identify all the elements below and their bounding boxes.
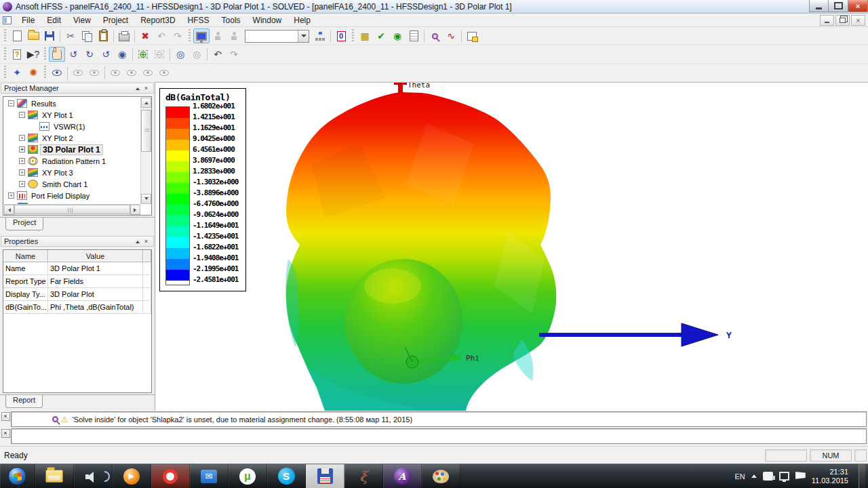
radiation-pattern-3d[interactable]: Theta Phi Y [155,83,867,411]
language-indicator[interactable]: EN [734,472,745,481]
tab-project[interactable]: Project [5,218,43,230]
fit-all-button[interactable]: ◎ [172,47,189,62]
expand-icon[interactable]: + [19,181,25,187]
toolbar-grip[interactable] [352,29,354,43]
expand-icon[interactable]: + [19,146,25,152]
explorer[interactable] [35,464,74,488]
new-file-button[interactable] [9,28,25,43]
show-desktop-button[interactable] [859,464,865,488]
mdi-restore-button[interactable] [835,15,850,26]
skype[interactable]: S [267,464,306,488]
pan-button[interactable] [49,47,65,62]
toolbar-grip[interactable] [4,29,6,43]
tree-item-radiation-pattern-1[interactable]: +Radiation Pattern 1 [4,155,140,167]
view-visibility-1-button[interactable] [107,65,123,80]
property-row[interactable]: dB(GainTo...Phi ,Theta ,dB(GainTotal) [3,301,151,314]
save-tool[interactable] [306,464,344,488]
maximize-button[interactable] [829,0,848,12]
monitor-job-button[interactable] [193,28,210,43]
show-all-visibility-button[interactable] [49,65,65,80]
property-row[interactable]: Name3D Polar Plot 1 [3,262,151,275]
toolbar-grip[interactable] [4,66,6,79]
menu-hfss[interactable]: HFSS [182,14,216,26]
menu-edit[interactable]: Edit [41,14,67,26]
polar-plot-view[interactable]: dB(GainTotal) 1.6802e+0011.4215e+0011.16… [155,82,868,411]
panel-close-icon[interactable]: × [142,85,151,92]
message-row[interactable]: ⚠ 'Solve inside' for object 'Shlapka2' i… [11,411,867,427]
mdi-minimize-button[interactable] [820,15,834,26]
model-tree-button[interactable] [312,28,328,43]
rotate-current-axis-button[interactable]: ↻ [81,47,98,62]
menu-report3d[interactable]: Report3D [134,14,181,26]
rotate-screen-center-button[interactable]: ↺ [98,47,114,62]
expand-icon[interactable]: + [19,135,25,141]
design-combo[interactable] [245,30,309,43]
copy-button[interactable] [79,28,95,43]
scroll-up-icon[interactable] [141,98,151,108]
tree-item-vswr-1-[interactable]: VSWR(1) [4,121,140,132]
paste-button[interactable] [95,28,111,43]
chevron-down-icon[interactable] [298,30,309,42]
save-file-button[interactable] [41,28,58,43]
toolbar-grip[interactable] [189,29,191,43]
rotate-model-center-button[interactable]: ↺ [65,47,81,62]
paint-tool[interactable] [422,464,460,488]
zero-badge-button[interactable]: 0 [333,28,349,43]
mdi-document-icon[interactable] [3,16,12,24]
fit-selection-button[interactable]: ◎ [189,47,205,62]
tree-item-xy-plot-1[interactable]: −XY Plot 1 [4,109,140,121]
tree-hscrollbar[interactable] [4,204,140,214]
tree-item-port-field-display[interactable]: +Port Field Display [4,190,140,201]
open-file-button[interactable] [25,28,41,43]
tree-item-3d-polar-plot-1[interactable]: +3D Polar Plot 1 [4,144,140,155]
analyze-all-button[interactable]: ✔ [373,28,389,43]
progress-close-icon[interactable]: × [1,429,10,438]
opera-browser[interactable] [151,464,190,488]
mail-client[interactable]: ✉ [190,464,229,488]
minimize-button[interactable] [809,0,829,12]
tree-item-xy-plot-2[interactable]: +XY Plot 2 [4,132,140,144]
volume-mixer[interactable] [74,464,113,488]
zoom-out-area-button[interactable]: ⊖ [151,47,167,62]
show-selection-button[interactable] [86,65,102,80]
expand-icon[interactable]: + [8,192,14,199]
radiation-display-button[interactable]: ✺ [25,65,41,80]
power-tray-icon[interactable] [763,472,773,481]
copy-image-button[interactable] [464,28,480,43]
solution-data-button[interactable] [226,28,242,43]
menu-window[interactable]: Window [247,14,288,26]
redo-view-button[interactable]: ↷ [226,47,242,62]
cut-button[interactable]: ✂ [62,28,79,43]
panel-close-icon[interactable]: × [142,238,151,245]
dock-splitter[interactable] [0,232,155,235]
redo-button[interactable]: ↷ [170,28,186,43]
solution-report-button[interactable] [406,28,422,43]
menu-file[interactable]: File [16,14,41,26]
field-zoom-button[interactable] [427,28,443,43]
start-button[interactable] [0,464,35,488]
ansoft-hfss[interactable]: A [383,464,422,488]
browse-solutions-button[interactable] [210,28,226,43]
toolbar-grip[interactable] [4,47,6,61]
submit-job-button[interactable]: ◉ [389,28,406,43]
toolbar-grip[interactable] [44,47,46,61]
create-report-button[interactable]: ∿ [443,28,459,43]
hide-selection-button[interactable] [70,65,86,80]
panel-collapse-icon[interactable] [133,238,142,245]
tree-item-results[interactable]: −Results [4,98,140,109]
menu-tools[interactable]: Tools [216,14,247,26]
zoom-in-area-button[interactable]: ⊕ [135,47,151,62]
property-row[interactable]: Report TypeFar Fields [3,275,151,288]
print-button[interactable] [116,28,132,43]
menu-view[interactable]: View [67,14,97,26]
undo-view-button[interactable]: ↶ [210,47,226,62]
expand-icon[interactable]: + [19,158,25,164]
scroll-down-icon[interactable] [141,194,151,204]
close-button[interactable]: × [848,0,868,12]
tree-item-xy-plot-3[interactable]: +XY Plot 3 [4,167,140,178]
dynamic-zoom-button[interactable]: ◉ [114,47,130,62]
context-help-button[interactable]: ▶? [25,47,41,62]
view-visibility-3-button[interactable] [140,65,156,80]
mdi-close-button[interactable]: × [851,15,865,26]
action-center-icon[interactable]: × [795,472,806,481]
